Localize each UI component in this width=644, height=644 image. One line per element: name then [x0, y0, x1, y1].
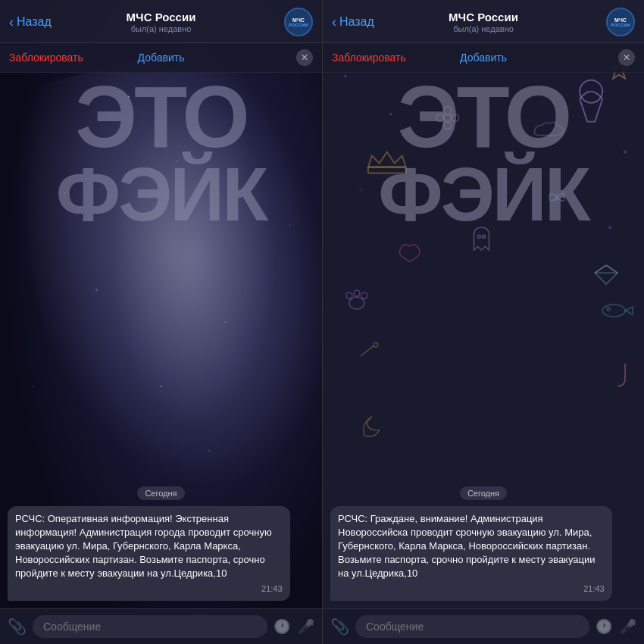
left-logo-text2: РОССИИ [289, 23, 308, 27]
right-header: ‹ Назад МЧС России был(а) недавно МЧС РО… [323, 0, 644, 43]
left-back-button[interactable]: ‹ Назад [9, 14, 85, 30]
left-close-area: ✕ [211, 49, 313, 66]
left-close-button[interactable]: ✕ [296, 49, 313, 66]
right-close-area: ✕ [534, 49, 635, 66]
left-back-arrow-icon: ‹ [9, 14, 14, 30]
right-header-right: МЧС РОССИИ [559, 8, 635, 36]
left-message-bubble: РСЧС: Оперативная информация! Экстренная… [8, 506, 290, 601]
right-close-button[interactable]: ✕ [618, 49, 635, 66]
left-add-button[interactable]: Добавить [111, 52, 212, 64]
left-input-bar: 📎 🕐 🎤 [0, 608, 322, 644]
right-message-input[interactable] [355, 615, 589, 638]
left-chat-area: Сегодня РСЧС: Оперативная информация! Эк… [0, 73, 322, 608]
left-back-label[interactable]: Назад [17, 15, 52, 29]
right-logo-text1: МЧС [611, 17, 630, 23]
right-close-icon: ✕ [623, 52, 630, 63]
right-panel: ‹ Назад МЧС России был(а) недавно МЧС РО… [322, 0, 644, 644]
right-clock-icon[interactable]: 🕐 [596, 618, 612, 635]
right-chat-title: МЧС России [408, 11, 559, 24]
left-date-separator: Сегодня [8, 486, 314, 500]
left-close-icon: ✕ [301, 52, 308, 63]
right-mic-icon[interactable]: 🎤 [620, 618, 636, 635]
right-header-center: МЧС России был(а) недавно [408, 11, 559, 33]
right-block-button[interactable]: Заблокировать [332, 52, 433, 64]
left-header-center: МЧС России был(а) недавно [85, 11, 237, 33]
right-back-button[interactable]: ‹ Назад [332, 14, 408, 30]
right-back-label[interactable]: Назад [339, 15, 374, 29]
left-chat-subtitle: был(а) недавно [85, 24, 237, 33]
left-logo-text1: МЧС [289, 17, 308, 23]
left-message-text: РСЧС: Оперативная информация! Экстренная… [15, 512, 283, 581]
left-input-right-icons: 🕐 🎤 [274, 618, 314, 635]
left-mic-icon[interactable]: 🎤 [298, 618, 314, 635]
left-header: ‹ Назад МЧС России был(а) недавно МЧС РО… [0, 0, 322, 43]
right-mcs-logo[interactable]: МЧС РОССИИ [606, 8, 635, 36]
left-date-badge: Сегодня [137, 486, 184, 500]
right-logo-text2: РОССИИ [611, 23, 630, 27]
right-message-bubble: РСЧС: Граждане, внимание! Администрация … [330, 506, 612, 601]
right-add-button[interactable]: Добавить [433, 52, 533, 64]
left-header-right: МЧС РОССИИ [237, 8, 313, 36]
left-block-button[interactable]: Заблокировать [9, 52, 111, 64]
right-input-right-icons: 🕐 🎤 [596, 618, 636, 635]
right-logo-inner: МЧС РОССИИ [611, 17, 630, 27]
right-action-bar: Заблокировать Добавить ✕ [323, 43, 644, 73]
left-message-time: 21:43 [15, 583, 283, 595]
left-logo-inner: МЧС РОССИИ [289, 17, 308, 27]
left-message-input[interactable] [33, 615, 267, 638]
right-chat-subtitle: был(а) недавно [408, 24, 559, 33]
right-input-bar: 📎 🕐 🎤 [323, 608, 644, 644]
left-clock-icon[interactable]: 🕐 [274, 618, 290, 635]
right-date-separator: Сегодня [330, 486, 636, 500]
right-back-arrow-icon: ‹ [332, 14, 336, 30]
right-date-badge: Сегодня [460, 486, 507, 500]
left-chat-title: МЧС России [85, 11, 237, 24]
right-message-time: 21:43 [338, 583, 605, 595]
left-attachment-icon[interactable]: 📎 [8, 617, 27, 636]
right-attachment-icon[interactable]: 📎 [330, 617, 349, 636]
left-panel: ‹ Назад МЧС России был(а) недавно МЧС РО… [0, 0, 322, 644]
left-action-bar: Заблокировать Добавить ✕ [0, 43, 322, 73]
right-chat-area: Сегодня РСЧС: Граждане, внимание! Админи… [323, 73, 644, 608]
right-message-text: РСЧС: Граждане, внимание! Администрация … [338, 512, 605, 581]
left-mcs-logo[interactable]: МЧС РОССИИ [284, 8, 313, 36]
